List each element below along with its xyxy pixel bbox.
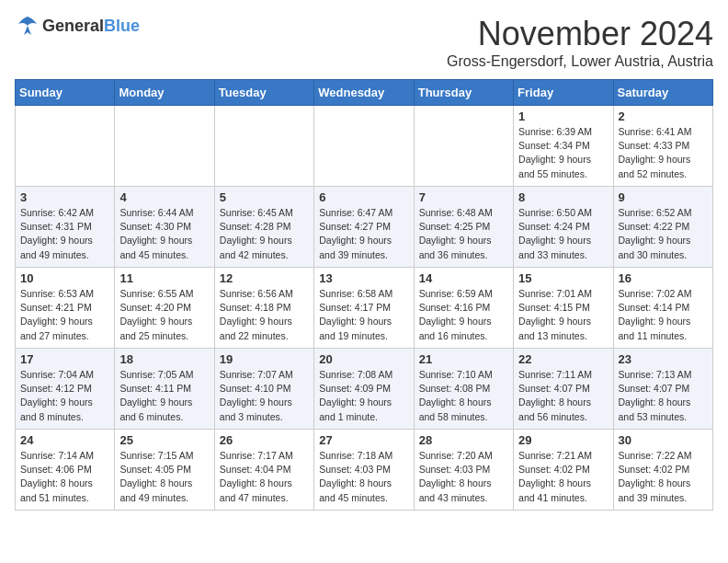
- weekday-header-monday: Monday: [115, 80, 214, 106]
- day-number: 22: [518, 352, 608, 366]
- day-info: Sunrise: 6:48 AMSunset: 4:25 PMDaylight:…: [419, 206, 508, 262]
- logo-general: General: [42, 17, 104, 35]
- calendar-cell: 12 Sunrise: 6:56 AMSunset: 4:18 PMDaylig…: [214, 268, 313, 349]
- logo: GeneralBlue: [15, 15, 140, 37]
- day-info: Sunrise: 7:20 AMSunset: 4:03 PMDaylight:…: [419, 449, 508, 505]
- weekday-header-saturday: Saturday: [613, 80, 712, 106]
- calendar-cell: 26 Sunrise: 7:17 AMSunset: 4:04 PMDaylig…: [214, 430, 313, 511]
- day-number: 8: [518, 190, 608, 204]
- logo-text: GeneralBlue: [42, 17, 140, 36]
- day-number: 28: [419, 433, 508, 447]
- day-info: Sunrise: 7:21 AMSunset: 4:02 PMDaylight:…: [518, 449, 608, 505]
- calendar-cell: 4 Sunrise: 6:44 AMSunset: 4:30 PMDayligh…: [115, 187, 214, 268]
- day-info: Sunrise: 6:59 AMSunset: 4:16 PMDaylight:…: [419, 287, 508, 343]
- day-info: Sunrise: 7:14 AMSunset: 4:06 PMDaylight:…: [20, 449, 109, 505]
- day-info: Sunrise: 7:22 AMSunset: 4:02 PMDaylight:…: [619, 449, 708, 505]
- day-info: Sunrise: 6:47 AMSunset: 4:27 PMDaylight:…: [319, 206, 408, 262]
- calendar-week-5: 24 Sunrise: 7:14 AMSunset: 4:06 PMDaylig…: [16, 430, 713, 511]
- day-info: Sunrise: 7:07 AMSunset: 4:10 PMDaylight:…: [220, 368, 309, 424]
- day-number: 11: [119, 271, 209, 285]
- day-info: Sunrise: 6:42 AMSunset: 4:31 PMDaylight:…: [20, 206, 109, 262]
- calendar-cell: 27 Sunrise: 7:18 AMSunset: 4:03 PMDaylig…: [314, 430, 414, 511]
- day-info: Sunrise: 6:50 AMSunset: 4:24 PMDaylight:…: [518, 206, 608, 262]
- calendar-cell: 13 Sunrise: 6:58 AMSunset: 4:17 PMDaylig…: [314, 268, 414, 349]
- calendar-week-4: 17 Sunrise: 7:04 AMSunset: 4:12 PMDaylig…: [16, 349, 713, 430]
- day-info: Sunrise: 6:58 AMSunset: 4:17 PMDaylight:…: [319, 287, 408, 343]
- calendar-cell: 15 Sunrise: 7:01 AMSunset: 4:15 PMDaylig…: [514, 268, 613, 349]
- calendar-cell: 1 Sunrise: 6:39 AMSunset: 4:34 PMDayligh…: [514, 106, 613, 187]
- calendar-cell: [314, 106, 414, 187]
- day-number: 12: [220, 271, 309, 285]
- day-number: 9: [619, 190, 708, 204]
- calendar-cell: 23 Sunrise: 7:13 AMSunset: 4:07 PMDaylig…: [613, 349, 712, 430]
- day-info: Sunrise: 7:10 AMSunset: 4:08 PMDaylight:…: [419, 368, 508, 424]
- day-info: Sunrise: 7:13 AMSunset: 4:07 PMDaylight:…: [619, 368, 708, 424]
- day-number: 29: [518, 433, 608, 447]
- calendar-cell: 19 Sunrise: 7:07 AMSunset: 4:10 PMDaylig…: [214, 349, 313, 430]
- day-number: 6: [319, 190, 408, 204]
- weekday-header-friday: Friday: [514, 80, 613, 106]
- calendar-cell: 11 Sunrise: 6:55 AMSunset: 4:20 PMDaylig…: [115, 268, 214, 349]
- day-number: 25: [119, 433, 209, 447]
- day-number: 1: [518, 109, 608, 123]
- calendar-cell: 24 Sunrise: 7:14 AMSunset: 4:06 PMDaylig…: [16, 430, 115, 511]
- day-number: 16: [619, 271, 708, 285]
- day-number: 19: [220, 352, 309, 366]
- calendar-cell: 8 Sunrise: 6:50 AMSunset: 4:24 PMDayligh…: [514, 187, 613, 268]
- location-title: Gross-Engersdorf, Lower Austria, Austria: [447, 53, 713, 70]
- calendar-cell: 28 Sunrise: 7:20 AMSunset: 4:03 PMDaylig…: [414, 430, 513, 511]
- calendar-cell: 6 Sunrise: 6:47 AMSunset: 4:27 PMDayligh…: [314, 187, 414, 268]
- weekday-header-wednesday: Wednesday: [314, 80, 414, 106]
- calendar-cell: 29 Sunrise: 7:21 AMSunset: 4:02 PMDaylig…: [514, 430, 613, 511]
- calendar-week-3: 10 Sunrise: 6:53 AMSunset: 4:21 PMDaylig…: [16, 268, 713, 349]
- day-info: Sunrise: 6:52 AMSunset: 4:22 PMDaylight:…: [619, 206, 708, 262]
- calendar-cell: 5 Sunrise: 6:45 AMSunset: 4:28 PMDayligh…: [214, 187, 313, 268]
- calendar-cell: 9 Sunrise: 6:52 AMSunset: 4:22 PMDayligh…: [613, 187, 712, 268]
- calendar-cell: [414, 106, 513, 187]
- month-title: November 2024: [447, 15, 713, 53]
- day-info: Sunrise: 7:17 AMSunset: 4:04 PMDaylight:…: [220, 449, 309, 505]
- day-number: 3: [20, 190, 109, 204]
- calendar-cell: [214, 106, 313, 187]
- calendar-cell: 14 Sunrise: 6:59 AMSunset: 4:16 PMDaylig…: [414, 268, 513, 349]
- calendar-cell: 7 Sunrise: 6:48 AMSunset: 4:25 PMDayligh…: [414, 187, 513, 268]
- day-info: Sunrise: 6:41 AMSunset: 4:33 PMDaylight:…: [619, 125, 708, 181]
- day-info: Sunrise: 6:44 AMSunset: 4:30 PMDaylight:…: [119, 206, 209, 262]
- day-info: Sunrise: 7:01 AMSunset: 4:15 PMDaylight:…: [518, 287, 608, 343]
- calendar-cell: 30 Sunrise: 7:22 AMSunset: 4:02 PMDaylig…: [613, 430, 712, 511]
- calendar-cell: [115, 106, 214, 187]
- header: GeneralBlue November 2024 Gross-Engersdo…: [15, 15, 713, 70]
- day-number: 20: [319, 352, 408, 366]
- day-number: 15: [518, 271, 608, 285]
- calendar-cell: 22 Sunrise: 7:11 AMSunset: 4:07 PMDaylig…: [514, 349, 613, 430]
- title-area: November 2024 Gross-Engersdorf, Lower Au…: [447, 15, 713, 70]
- day-number: 4: [119, 190, 209, 204]
- day-info: Sunrise: 6:39 AMSunset: 4:34 PMDaylight:…: [518, 125, 608, 181]
- weekday-header-sunday: Sunday: [16, 80, 115, 106]
- day-info: Sunrise: 7:05 AMSunset: 4:11 PMDaylight:…: [119, 368, 209, 424]
- day-number: 26: [220, 433, 309, 447]
- calendar-cell: 20 Sunrise: 7:08 AMSunset: 4:09 PMDaylig…: [314, 349, 414, 430]
- calendar-cell: 16 Sunrise: 7:02 AMSunset: 4:14 PMDaylig…: [613, 268, 712, 349]
- day-info: Sunrise: 7:08 AMSunset: 4:09 PMDaylight:…: [319, 368, 408, 424]
- day-number: 5: [220, 190, 309, 204]
- day-info: Sunrise: 6:55 AMSunset: 4:20 PMDaylight:…: [119, 287, 209, 343]
- day-number: 7: [419, 190, 508, 204]
- calendar-cell: [16, 106, 115, 187]
- calendar-cell: 17 Sunrise: 7:04 AMSunset: 4:12 PMDaylig…: [16, 349, 115, 430]
- day-info: Sunrise: 6:45 AMSunset: 4:28 PMDaylight:…: [220, 206, 309, 262]
- day-info: Sunrise: 7:15 AMSunset: 4:05 PMDaylight:…: [119, 449, 209, 505]
- day-number: 24: [20, 433, 109, 447]
- weekday-header-row: SundayMondayTuesdayWednesdayThursdayFrid…: [16, 80, 713, 106]
- calendar-week-2: 3 Sunrise: 6:42 AMSunset: 4:31 PMDayligh…: [16, 187, 713, 268]
- day-number: 21: [419, 352, 508, 366]
- calendar-cell: 21 Sunrise: 7:10 AMSunset: 4:08 PMDaylig…: [414, 349, 513, 430]
- day-info: Sunrise: 6:53 AMSunset: 4:21 PMDaylight:…: [20, 287, 109, 343]
- day-number: 13: [319, 271, 408, 285]
- day-info: Sunrise: 7:04 AMSunset: 4:12 PMDaylight:…: [20, 368, 109, 424]
- day-number: 23: [619, 352, 708, 366]
- logo-bird-icon: [15, 15, 40, 37]
- day-info: Sunrise: 6:56 AMSunset: 4:18 PMDaylight:…: [220, 287, 309, 343]
- day-info: Sunrise: 7:02 AMSunset: 4:14 PMDaylight:…: [619, 287, 708, 343]
- calendar-cell: 3 Sunrise: 6:42 AMSunset: 4:31 PMDayligh…: [16, 187, 115, 268]
